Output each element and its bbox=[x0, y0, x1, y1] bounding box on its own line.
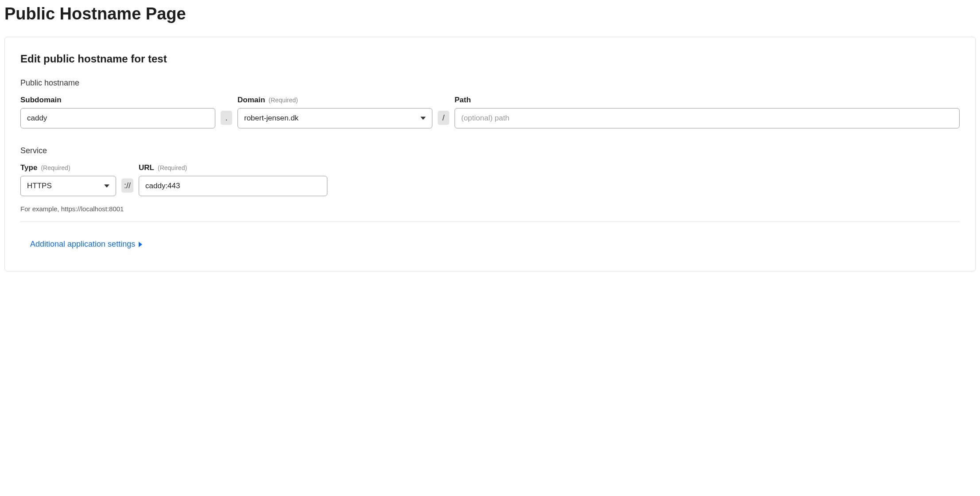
path-label-text: Path bbox=[455, 96, 471, 105]
type-label-text: Type bbox=[20, 163, 37, 172]
protocol-separator: :// bbox=[121, 178, 133, 193]
panel-title: Edit public hostname for test bbox=[20, 53, 960, 65]
path-label: Path bbox=[455, 96, 960, 105]
service-row: Type (Required) HTTPS :// URL (Required) bbox=[20, 163, 960, 196]
domain-select-value: robert-jensen.dk bbox=[244, 114, 299, 123]
chevron-right-icon bbox=[139, 242, 142, 247]
dot-separator: . bbox=[221, 111, 232, 125]
slash-separator: / bbox=[438, 111, 449, 125]
path-group: Path bbox=[455, 96, 960, 128]
edit-panel: Edit public hostname for test Public hos… bbox=[4, 37, 976, 271]
subdomain-label: Subdomain bbox=[20, 96, 215, 105]
url-required-text: (Required) bbox=[158, 164, 187, 171]
subdomain-label-text: Subdomain bbox=[20, 96, 62, 105]
subdomain-group: Subdomain bbox=[20, 96, 215, 128]
url-label: URL (Required) bbox=[139, 163, 327, 172]
divider bbox=[20, 221, 960, 222]
type-group: Type (Required) HTTPS bbox=[20, 163, 116, 196]
additional-settings-label: Additional application settings bbox=[30, 240, 135, 249]
service-section-label: Service bbox=[20, 146, 960, 155]
url-group: URL (Required) bbox=[139, 163, 327, 196]
chevron-down-icon bbox=[420, 117, 426, 120]
domain-label-text: Domain bbox=[237, 96, 265, 105]
url-input[interactable] bbox=[139, 176, 327, 196]
type-label: Type (Required) bbox=[20, 163, 116, 172]
page-title: Public Hostname Page bbox=[4, 4, 976, 23]
domain-group: Domain (Required) robert-jensen.dk bbox=[237, 96, 432, 128]
hostname-row: Subdomain . Domain (Required) robert-jen… bbox=[20, 96, 960, 128]
type-select[interactable]: HTTPS bbox=[20, 176, 116, 196]
domain-label: Domain (Required) bbox=[237, 96, 432, 105]
url-label-text: URL bbox=[139, 163, 154, 172]
type-required-text: (Required) bbox=[41, 164, 70, 171]
domain-select[interactable]: robert-jensen.dk bbox=[237, 108, 432, 128]
chevron-down-icon bbox=[104, 185, 109, 188]
public-hostname-section-label: Public hostname bbox=[20, 78, 960, 88]
service-hint: For example, https://localhost:8001 bbox=[20, 205, 960, 213]
additional-settings-toggle[interactable]: Additional application settings bbox=[20, 240, 142, 249]
path-input[interactable] bbox=[455, 108, 960, 128]
subdomain-input[interactable] bbox=[20, 108, 215, 128]
domain-required-text: (Required) bbox=[268, 97, 298, 104]
type-select-value: HTTPS bbox=[27, 182, 52, 190]
